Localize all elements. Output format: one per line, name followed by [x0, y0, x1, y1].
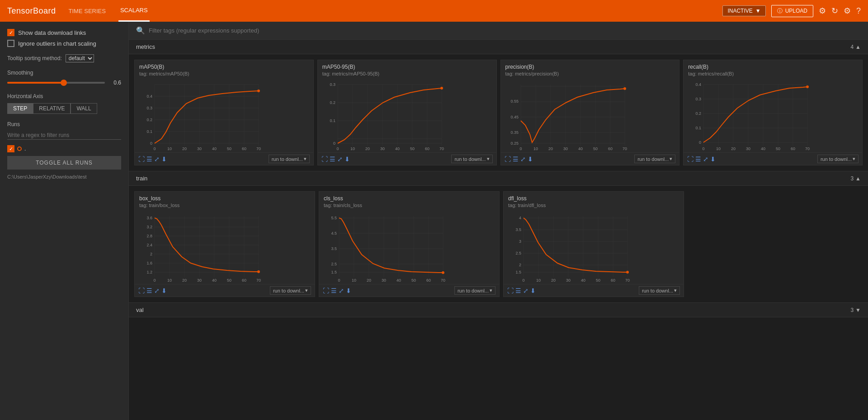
smoothing-slider[interactable] — [7, 82, 105, 84]
expand-val-icon[interactable]: ▼ — [855, 307, 861, 313]
train-charts-row: box_loss tag: train/box_loss — [129, 186, 868, 302]
run-to-download-map50[interactable]: run to downl... ▾ — [269, 155, 310, 163]
dropdown-arrow-icon: ▾ — [674, 288, 677, 293]
expand-icon[interactable]: ⤢ — [154, 287, 160, 294]
run-to-download-map5095[interactable]: run to downl... ▾ — [451, 155, 492, 163]
show-data-links-checkbox[interactable]: ✓ Show data download links — [7, 29, 121, 36]
tab-scalars[interactable]: SCALARS — [118, 0, 150, 22]
svg-text:10: 10 — [716, 146, 721, 151]
svg-text:70: 70 — [439, 146, 444, 151]
chart-map50: mAP50(B) tag: metrics/mAP50(B) — [134, 60, 314, 165]
chart-dfl-loss-toolbar: ⛶ ☰ ⤢ ⬇ run to downl... ▾ — [504, 284, 684, 297]
run-to-download-dfl-loss[interactable]: run to downl... ▾ — [639, 286, 680, 295]
svg-text:0: 0 — [336, 146, 339, 151]
download-icon[interactable]: ⬇ — [344, 156, 350, 163]
run-to-download-cls-loss[interactable]: run to downl... ▾ — [454, 286, 495, 295]
run-to-download-box-loss[interactable]: run to downl... ▾ — [270, 286, 311, 295]
svg-text:0.25: 0.25 — [510, 141, 519, 146]
svg-text:4.5: 4.5 — [331, 231, 337, 236]
expand-icon[interactable]: ⤢ — [703, 156, 708, 163]
expand-icon[interactable]: ⤢ — [520, 156, 526, 163]
chart-cls-loss-title: cls_loss — [319, 192, 499, 203]
app-logo: TensorBoard — [7, 6, 56, 16]
haxis-step-button[interactable]: STEP — [7, 103, 33, 114]
dropdown-arrow-icon: ▾ — [670, 156, 672, 162]
download-icon[interactable]: ⬇ — [161, 156, 167, 163]
svg-text:0.35: 0.35 — [510, 130, 519, 135]
svg-text:60: 60 — [426, 278, 431, 283]
fit-icon[interactable]: ⛶ — [505, 156, 511, 163]
filter-bar: 🔍 — [129, 22, 868, 40]
settings-applications-icon[interactable]: ⚙ — [819, 6, 826, 16]
run-to-download-precision[interactable]: run to downl... ▾ — [634, 155, 675, 163]
svg-text:60: 60 — [791, 146, 795, 151]
smoothing-fill — [7, 82, 66, 84]
fit-icon[interactable]: ⛶ — [138, 287, 145, 294]
smoothing-value: 0.6 — [108, 80, 121, 86]
expand-icon[interactable]: ⤢ — [523, 287, 528, 294]
list-icon[interactable]: ☰ — [146, 287, 152, 294]
svg-text:3.2: 3.2 — [146, 225, 152, 229]
dropdown-arrow-icon: ▾ — [304, 156, 307, 162]
toggle-all-runs-button[interactable]: TOGGLE ALL RUNS — [7, 156, 121, 170]
expand-icon[interactable]: ⤢ — [339, 287, 344, 294]
run-to-download-recall[interactable]: run to downl... ▾ — [817, 155, 859, 163]
train-section: train 3 ▲ box_loss tag: train/box_loss — [129, 171, 868, 303]
train-section-title: train — [136, 175, 147, 182]
fit-icon[interactable]: ⛶ — [321, 156, 328, 163]
expand-icon[interactable]: ⤢ — [337, 156, 343, 163]
svg-text:0.3: 0.3 — [146, 106, 152, 110]
list-icon[interactable]: ☰ — [515, 287, 521, 294]
list-icon[interactable]: ☰ — [146, 156, 152, 163]
tab-time-series[interactable]: TIME SERIES — [67, 0, 108, 22]
expand-icon[interactable]: ⤢ — [154, 156, 160, 163]
svg-text:0: 0 — [699, 140, 701, 145]
chart-map5095: mAP50-95(B) tag: metrics/mAP50-95(B) — [317, 60, 497, 165]
download-icon[interactable]: ⬇ — [528, 156, 533, 163]
download-icon[interactable]: ⬇ — [346, 287, 351, 294]
refresh-icon[interactable]: ↻ — [831, 6, 838, 16]
svg-text:1.5: 1.5 — [515, 270, 521, 274]
settings-icon[interactable]: ⚙ — [844, 6, 851, 16]
svg-text:2.5: 2.5 — [331, 262, 337, 266]
run-color-dot — [17, 146, 22, 151]
download-icon[interactable]: ⬇ — [530, 287, 536, 294]
download-icon[interactable]: ⬇ — [710, 156, 716, 163]
smoothing-row: 0.6 — [7, 80, 121, 86]
fit-icon[interactable]: ⛶ — [687, 156, 693, 163]
list-icon[interactable]: ☰ — [330, 156, 335, 163]
list-icon[interactable]: ☰ — [695, 156, 701, 163]
list-icon[interactable]: ☰ — [513, 156, 519, 163]
chart-recall-toolbar: ⛶ ☰ ⤢ ⬇ run to downl... ▾ — [684, 152, 862, 165]
svg-text:2.8: 2.8 — [146, 234, 152, 238]
chart-map5095-toolbar: ⛶ ☰ ⤢ ⬇ run to downl... ▾ — [318, 152, 496, 165]
fit-icon[interactable]: ⛶ — [138, 156, 145, 163]
list-icon[interactable]: ☰ — [331, 287, 337, 294]
chart-box-loss-subtitle: tag: train/box_loss — [135, 203, 315, 210]
val-section: val 3 ▼ — [129, 303, 868, 317]
haxis-relative-button[interactable]: RELATIVE — [33, 103, 71, 114]
chart-map5095-svg: 0 0.1 0.2 0.3 0 10 20 30 40 50 60 70 — [320, 80, 446, 152]
filter-tags-input[interactable] — [149, 27, 861, 34]
runs-filter-input[interactable] — [7, 131, 121, 140]
collapse-icon[interactable]: ▲ — [855, 44, 861, 50]
svg-text:0.2: 0.2 — [330, 100, 335, 105]
collapse-train-icon[interactable]: ▲ — [855, 175, 861, 182]
svg-text:30: 30 — [197, 146, 202, 151]
tooltip-row: Tooltip sorting method: default — [7, 54, 121, 62]
ignore-outliers-checkbox[interactable]: Ignore outliers in chart scaling — [7, 40, 121, 47]
tooltip-sorting-label: Tooltip sorting method: — [7, 55, 62, 61]
tooltip-sorting-dropdown[interactable]: default — [66, 54, 94, 62]
smoothing-thumb — [61, 80, 67, 86]
download-icon[interactable]: ⬇ — [161, 287, 167, 294]
haxis-wall-button[interactable]: WALL — [71, 103, 97, 114]
inactive-dropdown[interactable]: INACTIVE ▼ — [722, 5, 765, 16]
run-name-label: . — [24, 146, 26, 152]
fit-icon[interactable]: ⛶ — [507, 287, 514, 294]
fit-icon[interactable]: ⛶ — [323, 287, 329, 294]
help-icon[interactable]: ? — [856, 6, 861, 16]
svg-text:0: 0 — [522, 278, 524, 283]
upload-button[interactable]: ⓘ UPLOAD — [771, 5, 813, 17]
run-checkbox[interactable]: ✓ — [7, 145, 14, 152]
inactive-label: INACTIVE — [727, 8, 752, 14]
